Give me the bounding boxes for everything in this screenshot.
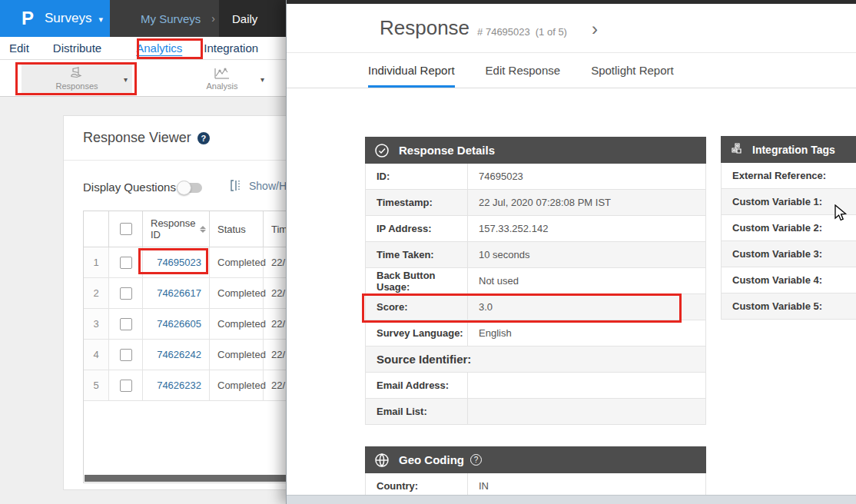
show-hide-columns-icon	[230, 179, 243, 192]
header-response-id[interactable]: Response ID	[143, 211, 210, 247]
detail-row: Email Address:	[365, 373, 706, 399]
tab-individual-report[interactable]: Individual Report	[368, 53, 455, 88]
response-details-section: Response Details ID:74695023 Timestamp:2…	[365, 137, 706, 425]
integration-tags-header: Integration Tags	[721, 136, 856, 163]
response-id-link[interactable]: 74695023	[143, 247, 210, 277]
response-id-link[interactable]: 74626232	[143, 370, 210, 400]
chevron-down-icon: ▾	[98, 15, 103, 25]
row-index: 3	[84, 309, 109, 339]
analytics-toolbar: Responses ▾ Analysis ▾	[0, 60, 286, 97]
status-cell: Completed	[210, 247, 264, 277]
display-questions-toggle[interactable]	[179, 183, 202, 193]
help-icon[interactable]: ?	[197, 132, 210, 144]
show-hide-columns-button[interactable]: Show/H	[230, 179, 287, 192]
panel-header: Response # 74695023 (1 of 5) ›	[287, 4, 856, 53]
detail-row: Source Identifier:	[365, 346, 706, 373]
table-header-row: Response ID Status Tim	[84, 211, 293, 247]
responses-caret-icon[interactable]: ▾	[124, 75, 128, 84]
detail-row-score: Score:3.0	[365, 294, 706, 320]
select-all-checkbox[interactable]	[120, 223, 132, 235]
product-name: Surveys	[45, 11, 91, 26]
breadcrumb-my-surveys[interactable]: My Surveys	[141, 12, 201, 25]
survey-tab-daily[interactable]: Daily	[219, 0, 286, 37]
tab-analytics[interactable]: Analytics	[136, 41, 182, 55]
viewer-controls: Display Questions Show/H	[64, 174, 291, 201]
detail-row: Email List:	[365, 399, 706, 425]
analysis-button[interactable]: Analysis ▾	[175, 63, 269, 94]
geo-coding-section: Geo Coding ? Country:IN	[365, 446, 706, 499]
main-nav: Edit Distribute Analytics Integration	[0, 37, 286, 60]
breadcrumb: My Surveys › Daily	[110, 0, 286, 37]
detail-row: IP Address:157.33.252.142	[365, 216, 706, 242]
mouse-cursor	[832, 204, 848, 223]
response-id-link[interactable]: 74626605	[143, 309, 210, 339]
tab-edit-response[interactable]: Edit Response	[486, 53, 561, 88]
tab-edit[interactable]: Edit	[9, 41, 29, 55]
response-number: # 74695023	[477, 26, 530, 38]
questionpro-logo: P	[22, 8, 34, 29]
status-cell: Completed	[210, 309, 264, 339]
detail-row: Time Taken:10 seconds	[365, 242, 706, 268]
tab-distribute[interactable]: Distribute	[53, 41, 101, 55]
display-questions-label: Display Questions	[83, 181, 176, 194]
select-all-cell	[109, 211, 143, 247]
response-position: (1 of 5)	[536, 26, 567, 38]
tab-spotlight-report[interactable]: Spotlight Report	[591, 53, 674, 88]
horizontal-scrollbar[interactable]	[84, 474, 293, 482]
panel-tabs: Individual Report Edit Response Spotligh…	[287, 53, 856, 88]
row-checkbox[interactable]	[120, 349, 132, 361]
show-hide-label: Show/H	[249, 180, 287, 192]
sort-icon[interactable]	[200, 226, 206, 233]
response-viewer-card: Response Viewer ? Display Questions Show…	[63, 115, 292, 490]
table-row: 2 74626617 Completed 22/	[84, 278, 293, 309]
integration-tags-section: Integration Tags External Reference: Cus…	[721, 136, 856, 320]
table-row: 1 74695023 Completed 22/	[84, 247, 293, 278]
header-status[interactable]: Status	[210, 211, 264, 247]
header-index	[84, 211, 109, 247]
globe-icon	[374, 453, 390, 468]
detail-row: Survey Language:English	[365, 320, 706, 346]
page-title: Response Viewer	[83, 130, 191, 146]
survey-tab-label: Daily	[232, 12, 257, 25]
app-switcher[interactable]: P Surveys ▾	[0, 0, 110, 37]
status-cell: Completed	[210, 340, 264, 370]
toggle-knob	[177, 181, 191, 195]
row-checkbox[interactable]	[120, 380, 132, 392]
responses-label: Responses	[55, 81, 98, 91]
detail-row: Back Button Usage:Not used	[365, 268, 706, 294]
card-title-row: Response Viewer ?	[64, 116, 291, 161]
puzzle-icon	[730, 142, 745, 157]
row-index: 5	[84, 370, 109, 400]
row-index: 1	[84, 247, 109, 277]
detail-row: Timestamp:22 Jul, 2020 07:28:08 PM IST	[365, 190, 706, 216]
row-index: 4	[84, 340, 109, 370]
row-checkbox[interactable]	[120, 287, 132, 300]
integration-row: Custom Variable 4:	[721, 267, 856, 293]
response-details-header: Response Details	[365, 137, 706, 164]
panel-horizontal-scrollbar[interactable]	[287, 495, 856, 504]
analysis-caret-icon[interactable]: ▾	[260, 75, 264, 84]
analysis-chart-icon	[214, 66, 231, 80]
status-cell: Completed	[210, 278, 264, 308]
row-checkbox[interactable]	[120, 318, 132, 330]
integration-row: Custom Variable 3:	[721, 241, 856, 267]
table-row: 3 74626605 Completed 22/	[84, 309, 293, 340]
circle-check-icon	[374, 143, 390, 158]
geo-coding-header: Geo Coding ?	[365, 446, 706, 473]
response-id-link[interactable]: 74626242	[143, 340, 210, 370]
tab-integration[interactable]: Integration	[204, 41, 258, 55]
breadcrumb-separator: ›	[211, 12, 215, 25]
responses-button[interactable]: Responses ▾	[22, 63, 132, 94]
next-response-chevron-icon[interactable]: ›	[592, 18, 598, 40]
integration-row: External Reference:	[721, 163, 856, 189]
row-index: 2	[84, 278, 109, 308]
integration-row: Custom Variable 5:	[721, 293, 856, 320]
scrollbar-thumb[interactable]	[85, 475, 293, 482]
responses-table: Response ID Status Tim 1 74695023 Comple…	[83, 211, 294, 483]
responses-flag-icon	[68, 66, 85, 80]
geo-help-icon[interactable]: ?	[470, 454, 482, 466]
row-checkbox[interactable]	[120, 257, 132, 269]
panel-title: Response	[380, 16, 469, 40]
response-id-link[interactable]: 74626617	[143, 278, 210, 308]
analysis-label: Analysis	[207, 81, 238, 91]
